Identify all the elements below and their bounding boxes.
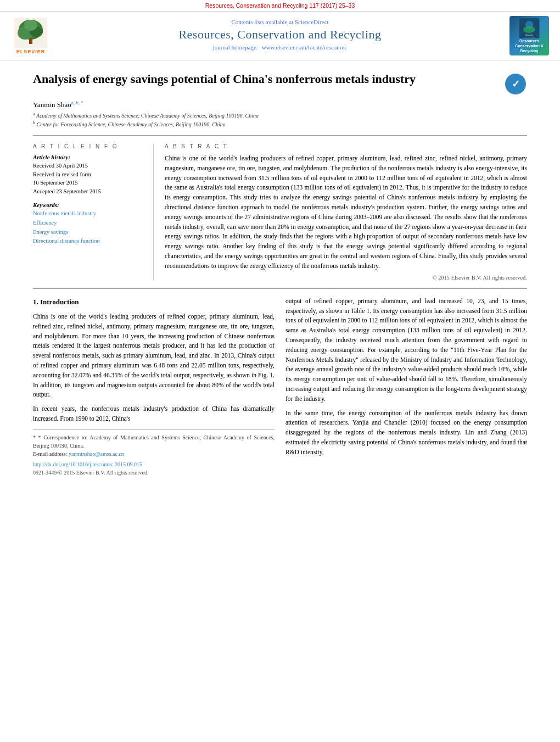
body-para-2: In recent years, the nonferrous metals i… <box>33 404 275 424</box>
copyright-line: © 2015 Elsevier B.V. All rights reserved… <box>165 275 527 281</box>
doi-link[interactable]: http://dx.doi.org/10.1016/j.resconrec.20… <box>33 460 275 469</box>
received-revised-label: Received in revised form <box>33 170 144 179</box>
article-info-label: A R T I C L E I N F O <box>33 143 144 149</box>
body-para-4: In the same time, the energy consumption… <box>285 409 527 458</box>
homepage-url[interactable]: www.elsevier.com/locate/resconrec <box>262 44 348 51</box>
elsevier-logo: ELSEVIER <box>9 18 53 54</box>
paper-container: Analysis of energy savings potential of … <box>0 60 560 488</box>
svg-point-8 <box>523 26 535 33</box>
svg-text:✓: ✓ <box>512 79 520 90</box>
issn-line: 0921-3449/© 2015 Elsevier B.V. All right… <box>33 468 275 477</box>
footnote-email: E-mail address: yanminshao@amss.ac.cn <box>33 450 275 458</box>
body-left: 1. Introduction China is one of the worl… <box>33 297 275 477</box>
crossmark: ✓ <box>505 74 527 96</box>
keyword-4: Directional distance function <box>33 237 144 246</box>
contents-line: Contents lists available at ScienceDirec… <box>58 19 502 25</box>
history-label: Article history: <box>33 154 144 160</box>
email-link[interactable]: yanminshao@amss.ac.cn <box>69 451 124 457</box>
footnote-corr: * * Correspondence to: Academy of Mathem… <box>33 433 275 450</box>
accepted-date: Accepted 23 September 2015 <box>33 187 144 196</box>
author-line: Yanmin Shaoa, b, * <box>33 100 527 109</box>
keyword-3: Energy savings <box>33 228 144 237</box>
keyword-2: Efficiency <box>33 219 144 228</box>
logo-text: ResourcesConservation &Recycling <box>515 38 544 53</box>
two-col-info-abstract: A R T I C L E I N F O Article history: R… <box>33 143 527 281</box>
abstract-text: China is one of the world's leading prod… <box>165 154 527 271</box>
doi-text: Resources, Conservation and Recycling 11… <box>205 2 355 9</box>
journal-logo-icon: Resources Conservation & <box>513 18 546 38</box>
journal-title: Resources, Conservation and Recycling <box>58 27 502 42</box>
affiliation-a: a Academy of Mathematics and Systems Sci… <box>33 111 527 119</box>
keywords-section: Keywords: Nonferrous metals industry Eff… <box>33 202 144 246</box>
divider-2 <box>33 288 527 289</box>
article-info: A R T I C L E I N F O Article history: R… <box>33 143 154 281</box>
body-para-3: output of refined copper, primary alumin… <box>285 297 527 404</box>
keywords-label: Keywords: <box>33 202 144 208</box>
sciencedirect-link[interactable]: ScienceDirect <box>295 19 329 25</box>
crossmark-icon: ✓ <box>505 74 526 94</box>
journal-center: Contents lists available at ScienceDirec… <box>58 19 502 53</box>
contents-label: Contents lists available at <box>231 19 293 25</box>
body-right: output of refined copper, primary alumin… <box>285 297 527 477</box>
divider-1 <box>33 135 527 136</box>
section1-heading: 1. Introduction <box>33 297 275 308</box>
svg-point-5 <box>24 20 37 31</box>
affiliation-b: b Center for Forecasting Science, Chines… <box>33 120 527 127</box>
homepage-label: journal homepage: <box>213 44 258 51</box>
svg-text:Resources: Resources <box>525 34 534 36</box>
elsevier-tree-icon <box>14 18 47 48</box>
body-two-col: 1. Introduction China is one of the worl… <box>33 297 527 477</box>
footnote-area: * * Correspondence to: Academy of Mathem… <box>33 429 275 458</box>
journal-header: ELSEVIER Contents lists available at Sci… <box>0 11 560 60</box>
journal-logo: Resources Conservation & ResourcesConser… <box>507 16 551 55</box>
keyword-1: Nonferrous metals industry <box>33 209 144 219</box>
homepage-line: journal homepage: www.elsevier.com/locat… <box>58 44 502 51</box>
body-para-1: China is one of the world's leading prod… <box>33 312 275 400</box>
article-title: Analysis of energy savings potential of … <box>33 71 500 87</box>
abstract-label: A B S T R A C T <box>165 143 527 149</box>
elsevier-brand-text: ELSEVIER <box>16 49 46 54</box>
author-sup: a, b, * <box>71 100 83 105</box>
revised-date: 16 September 2015 <box>33 178 144 187</box>
abstract-col: A B S T R A C T China is one of the worl… <box>165 143 527 281</box>
journal-logo-box: Resources Conservation & ResourcesConser… <box>509 16 549 55</box>
author-name: Yanmin Shao <box>33 101 71 109</box>
svg-rect-4 <box>29 38 32 44</box>
top-doi-bar: Resources, Conservation and Recycling 11… <box>0 0 560 11</box>
received-date: Received 30 April 2015 <box>33 161 144 170</box>
svg-text:Conservation &: Conservation & <box>525 36 534 38</box>
article-title-row: Analysis of energy savings potential of … <box>33 71 527 96</box>
